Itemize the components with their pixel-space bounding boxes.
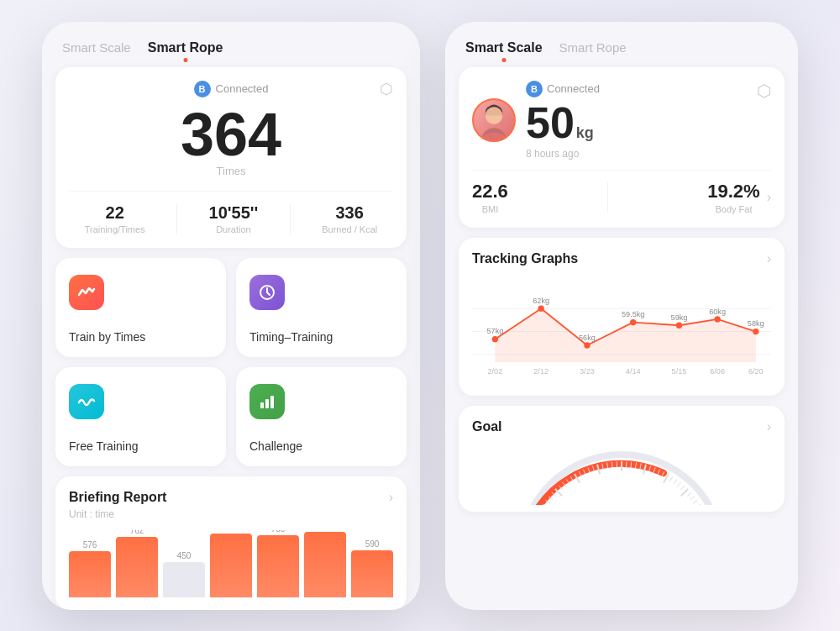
bar-element (163, 562, 205, 597)
bar-value-label: 801 (224, 530, 239, 532)
briefing-chevron[interactable]: › (389, 490, 393, 505)
briefing-title: Briefing Report (69, 490, 166, 505)
active-tab-dot-right (501, 58, 506, 62)
tab-smart-scale-left[interactable]: Smart Scale (62, 37, 131, 58)
challenge-item[interactable]: Challenge (236, 367, 407, 466)
duration-value: 10'55'' (209, 203, 259, 223)
burned-value: 336 (322, 203, 377, 223)
stats-row: 22 Training/Times 10'55'' Duration 336 B… (69, 191, 393, 234)
svg-text:56kg: 56kg (579, 333, 596, 341)
tab-smart-scale-right[interactable]: Smart Scale (465, 37, 543, 59)
training-times-value: 22 (85, 203, 145, 223)
svg-line-77 (681, 488, 688, 495)
goal-title: Goal (472, 419, 502, 434)
timing-training-label: Timing–Training (249, 330, 393, 344)
bar-element (257, 535, 299, 597)
left-phone: Smart Scale Smart Rope B Connected ⬡ 364… (42, 22, 420, 610)
svg-text:4/14: 4/14 (626, 366, 641, 375)
svg-point-15 (676, 322, 682, 328)
scale-top-row: B Connected 50 kg 8 hours ago ⬡ (472, 81, 771, 160)
training-times-label: Training/Times (85, 224, 145, 234)
briefing-report-card: Briefing Report › Unit : time 5767624508… (55, 476, 407, 610)
bar-group: 788 (257, 530, 299, 597)
svg-line-76 (680, 485, 685, 489)
time-ago: 8 hours ago (526, 148, 747, 160)
train-by-times-label: Train by Times (69, 330, 213, 344)
stat-divider-2 (290, 203, 291, 234)
bar-value-label: 762 (130, 530, 144, 535)
right-phone: Smart Scale Smart Rope B Connected (445, 22, 798, 610)
tab-bar-right: Smart Scale Smart Rope (445, 22, 798, 67)
scale-settings-icon[interactable]: ⬡ (757, 81, 771, 101)
big-number: 364 (69, 104, 393, 165)
timing-training-icon (249, 275, 285, 310)
bmi-row: 22.6 BMI 19.2% Body Fat › (472, 170, 771, 214)
body-fat-chevron[interactable]: › (767, 190, 771, 205)
svg-line-80 (693, 500, 698, 503)
svg-line-75 (677, 481, 680, 486)
svg-rect-1 (260, 402, 264, 408)
bar-group: 801 (210, 530, 252, 597)
scale-bluetooth-icon: B (526, 81, 543, 97)
train-by-times-item[interactable]: Train by Times (55, 258, 226, 357)
svg-point-17 (753, 328, 759, 334)
bar-group: 450 (163, 551, 205, 597)
bar-value-label: 450 (177, 551, 192, 560)
bar-group: 576 (69, 540, 111, 597)
svg-point-16 (714, 316, 720, 322)
body-fat-stat: 19.2% Body Fat (707, 181, 759, 214)
bmi-label: BMI (472, 204, 508, 214)
svg-text:59.5kg: 59.5kg (622, 310, 644, 318)
goal-card: Goal › 50.0 kg (459, 406, 785, 512)
stats-card: B Connected ⬡ 364 Times 22 Training/Time… (55, 67, 407, 248)
body-fat-value: 19.2% (707, 181, 759, 202)
scale-connected-row: B Connected (526, 81, 747, 97)
bar-value-label: 576 (83, 540, 97, 549)
challenge-label: Challenge (249, 439, 393, 453)
training-times-stat: 22 Training/Times (85, 203, 145, 234)
burned-label: Burned / Kcal (322, 224, 377, 234)
tab-smart-rope-left[interactable]: Smart Rope (148, 37, 223, 59)
svg-line-79 (690, 496, 695, 499)
svg-line-74 (674, 479, 677, 484)
tracking-graphs-card: Tracking Graphs › (459, 238, 785, 396)
bar-value-label: 788 (271, 530, 286, 534)
svg-line-73 (669, 476, 673, 481)
svg-text:5/15: 5/15 (672, 366, 687, 375)
settings-icon[interactable]: ⬡ (380, 80, 393, 98)
svg-text:6/20: 6/20 (748, 366, 764, 375)
bar-group: 809 (304, 530, 346, 597)
scale-connected-text: Connected (547, 82, 600, 95)
goal-header: Goal › (472, 419, 771, 434)
svg-point-11 (492, 336, 498, 342)
weight-display: 50 kg (526, 101, 747, 145)
free-training-item[interactable]: Free Training (55, 367, 226, 466)
weight-card: B Connected 50 kg 8 hours ago ⬡ 22.6 BMI… (459, 67, 785, 228)
tracking-graph-svg: 57kg 62kg 56kg 59.5kg 59kg 60kg 58kg 2/0… (472, 273, 771, 382)
stat-divider-1 (176, 203, 177, 234)
svg-point-14 (630, 318, 636, 324)
body-fat-label: Body Fat (707, 204, 759, 214)
train-by-times-icon (69, 275, 104, 310)
timing-training-item[interactable]: Timing–Training (236, 258, 407, 357)
goal-chevron[interactable]: › (767, 419, 771, 434)
bar-group: 590 (351, 539, 393, 597)
bar-group: 762 (116, 530, 158, 597)
tab-bar-left: Smart Scale Smart Rope (42, 22, 420, 67)
svg-text:59kg: 59kg (671, 313, 688, 321)
svg-text:57kg: 57kg (487, 327, 504, 335)
svg-point-13 (584, 342, 590, 348)
bar-element (210, 534, 252, 597)
bar-chart: 576762450801788809590 (69, 530, 393, 597)
weight-value: 50 (526, 101, 575, 145)
tab-smart-rope-right[interactable]: Smart Rope (559, 37, 627, 58)
bmi-value: 22.6 (472, 181, 508, 202)
svg-line-43 (543, 504, 548, 505)
free-training-label: Free Training (69, 439, 213, 453)
svg-line-78 (687, 492, 691, 497)
duration-label: Duration (209, 224, 259, 234)
svg-text:60kg: 60kg (709, 307, 726, 315)
tracking-chevron[interactable]: › (767, 251, 771, 266)
scale-info: B Connected 50 kg 8 hours ago (526, 81, 747, 160)
burned-stat: 336 Burned / Kcal (322, 203, 377, 234)
